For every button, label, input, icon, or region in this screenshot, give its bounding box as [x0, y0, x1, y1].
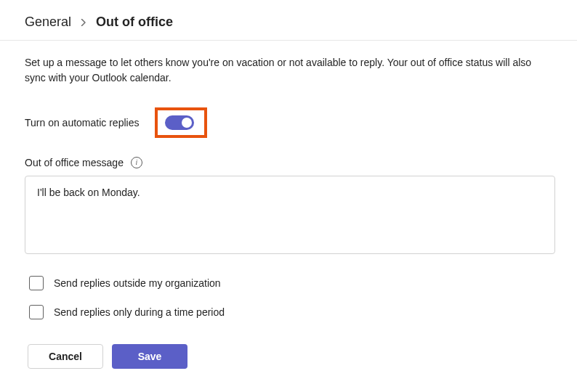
breadcrumb: General Out of office — [0, 0, 577, 41]
highlight-frame — [155, 107, 207, 138]
cancel-button[interactable]: Cancel — [28, 344, 103, 369]
message-label: Out of office message — [25, 157, 124, 168]
outside-replies-label: Send replies outside my organization — [54, 277, 221, 289]
auto-replies-row: Turn on automatic replies — [25, 107, 552, 138]
breadcrumb-current: Out of office — [96, 15, 173, 30]
chevron-right-icon — [80, 19, 87, 26]
auto-replies-toggle[interactable] — [165, 115, 194, 130]
outside-replies-checkbox[interactable] — [29, 276, 44, 290]
breadcrumb-root[interactable]: General — [25, 15, 71, 30]
time-period-row: Send replies only during a time period — [25, 305, 552, 319]
save-button[interactable]: Save — [112, 344, 187, 369]
button-row: Cancel Save — [28, 344, 552, 369]
message-label-row: Out of office message i — [25, 157, 552, 168]
toggle-knob — [182, 118, 192, 128]
outside-replies-row: Send replies outside my organization — [25, 276, 552, 290]
auto-replies-label: Turn on automatic replies — [25, 117, 139, 128]
description-text: Set up a message to let others know you'… — [25, 55, 548, 86]
settings-panel: Set up a message to let others know you'… — [0, 41, 577, 369]
time-period-checkbox[interactable] — [29, 305, 44, 319]
message-textarea[interactable] — [25, 176, 555, 254]
info-icon[interactable]: i — [131, 157, 142, 168]
time-period-label: Send replies only during a time period — [54, 306, 225, 318]
